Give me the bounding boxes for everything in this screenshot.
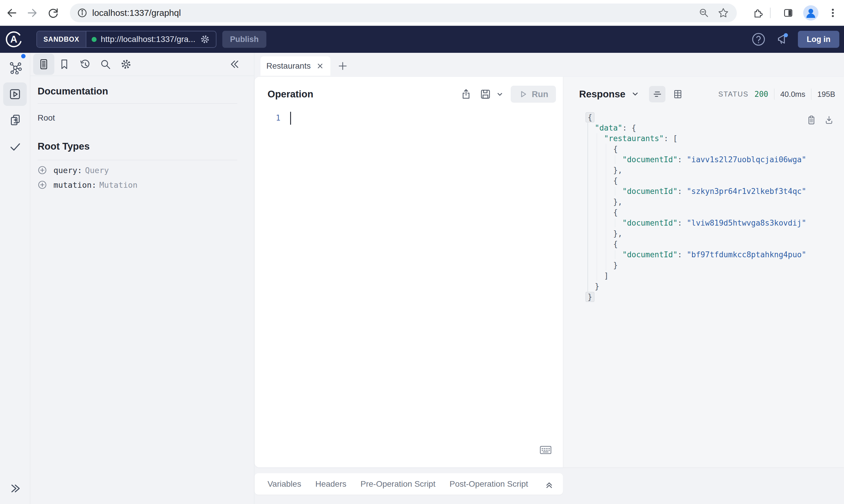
side-panel-icon[interactable]	[782, 7, 794, 19]
collections-icon[interactable]	[8, 113, 22, 127]
close-tab-icon[interactable]	[316, 61, 325, 70]
root-type-value[interactable]: Query	[85, 166, 109, 175]
save-icon[interactable]	[479, 88, 492, 101]
root-type-key: mutation:	[53, 180, 96, 190]
endpoint-group: SANDBOX http://localhost:1337/gra...	[36, 31, 217, 48]
extensions-icon[interactable]	[752, 7, 763, 19]
json-line: "documentId": "lviw819d5htwvga8s3kovdij"	[586, 218, 806, 228]
expand-bottom-panel-icon[interactable]	[544, 479, 554, 489]
login-button[interactable]: Log in	[798, 31, 839, 48]
root-type-value[interactable]: Mutation	[99, 180, 137, 190]
response-header: Response STATUS 200 40.0ms 195B	[563, 77, 844, 111]
apollo-logo: A	[5, 31, 22, 48]
tab-label: Restaurants	[266, 61, 316, 71]
toolbar-divider	[770, 7, 771, 18]
json-line: {	[586, 112, 806, 123]
editor-card: Operation Run 1 Response	[255, 77, 844, 467]
query-editor[interactable]	[287, 111, 557, 458]
status-code: 200	[754, 90, 768, 98]
new-tab-icon[interactable]	[338, 61, 348, 71]
zoom-out-icon[interactable]	[698, 7, 710, 19]
response-json[interactable]: { "data": { "restaurants": [ { "document…	[586, 112, 806, 302]
divider	[811, 89, 811, 100]
forward-icon[interactable]	[26, 6, 39, 19]
url-text[interactable]: localhost:1337/graphql	[92, 8, 698, 18]
root-type-query-row[interactable]: query:Query	[38, 165, 109, 175]
status-label: STATUS	[718, 90, 748, 98]
reload-icon[interactable]	[47, 6, 59, 19]
settings-gear-icon[interactable]	[120, 58, 133, 71]
expand-sidebar-icon[interactable]	[8, 482, 22, 495]
tab-documentation[interactable]	[33, 54, 54, 75]
table-view-icon	[672, 88, 684, 100]
docs-toolbar	[30, 53, 254, 76]
json-line: ]	[586, 270, 806, 281]
json-line: {	[586, 144, 806, 154]
operation-title: Operation	[268, 89, 313, 100]
endpoint-settings-gear-icon[interactable]	[200, 34, 210, 45]
bookmark-star-icon[interactable]	[718, 7, 729, 19]
endpoint-input[interactable]: http://localhost:1337/gra...	[86, 34, 216, 45]
response-menu-chevron-icon[interactable]	[630, 89, 640, 99]
schema-notification-dot	[21, 54, 25, 58]
endpoint-url-text[interactable]: http://localhost:1337/gra...	[101, 35, 195, 44]
docs-title: Documentation	[38, 86, 108, 97]
tab-post-operation-script[interactable]: Post-Operation Script	[450, 479, 528, 489]
address-bar[interactable]: localhost:1337/graphql	[70, 3, 737, 22]
browser-menu-icon[interactable]	[827, 7, 839, 19]
json-line: }	[586, 260, 806, 270]
publish-button[interactable]: Publish	[222, 31, 266, 48]
root-type-mutation-row[interactable]: mutation:Mutation	[38, 180, 137, 190]
checklist-icon[interactable]	[8, 140, 22, 154]
browser-toolbar: localhost:1337/graphql	[0, 0, 844, 26]
response-size: 195B	[817, 90, 835, 99]
save-options-chevron-icon[interactable]	[495, 90, 504, 98]
json-line: {	[586, 176, 806, 186]
share-icon[interactable]	[460, 88, 472, 101]
view-table-button[interactable]	[670, 86, 686, 102]
json-line: {	[586, 207, 806, 218]
json-line: }	[586, 281, 806, 292]
collapse-panel-icon[interactable]	[228, 58, 241, 71]
explorer-play-icon	[8, 87, 22, 101]
copy-response-icon[interactable]	[806, 114, 817, 126]
docs-root-link[interactable]: Root	[38, 113, 55, 123]
sandbox-badge: SANDBOX	[37, 31, 86, 47]
tab-headers[interactable]: Headers	[315, 479, 346, 489]
keyboard-shortcuts-icon[interactable]	[539, 444, 552, 455]
documentation-panel: Documentation Root Root Types query:Quer…	[30, 53, 254, 504]
connection-status-dot	[92, 37, 97, 42]
profile-avatar[interactable]	[803, 5, 819, 20]
response-title: Response	[579, 89, 625, 100]
add-query-icon[interactable]	[38, 165, 47, 175]
tab-pre-operation-script[interactable]: Pre-Operation Script	[361, 479, 435, 489]
tab-restaurants[interactable]: Restaurants	[260, 56, 330, 76]
site-info-icon[interactable]	[76, 7, 88, 19]
back-icon[interactable]	[5, 6, 18, 19]
notification-dot	[784, 33, 788, 37]
json-line: },	[586, 197, 806, 207]
history-icon[interactable]	[79, 58, 91, 71]
divider	[38, 103, 237, 104]
search-icon[interactable]	[99, 58, 112, 71]
left-icon-rail	[0, 53, 30, 504]
response-time: 40.0ms	[780, 90, 805, 99]
documentation-icon	[37, 58, 50, 71]
json-line: "documentId": "iavv1s2l27uoblqcjai06wga"	[586, 154, 806, 165]
download-response-icon[interactable]	[824, 114, 834, 126]
run-button[interactable]: Run	[511, 86, 556, 103]
help-icon[interactable]	[751, 32, 766, 47]
json-line: "documentId": "szkyn3pr64r1v2lkebf3t4qc"	[586, 186, 806, 197]
run-label: Run	[532, 89, 548, 99]
root-type-key: query:	[53, 166, 82, 175]
view-raw-button[interactable]	[649, 86, 666, 102]
announcements-icon[interactable]	[774, 32, 790, 47]
add-mutation-icon[interactable]	[38, 180, 47, 190]
svg-text:A: A	[10, 34, 17, 44]
json-line: },	[586, 165, 806, 176]
sidebar-item-explorer[interactable]	[3, 83, 27, 106]
tab-variables[interactable]: Variables	[268, 479, 301, 489]
bookmarks-icon[interactable]	[58, 58, 71, 71]
schema-graph-icon[interactable]	[8, 61, 22, 74]
workspace: Documentation Root Root Types query:Quer…	[0, 53, 844, 504]
